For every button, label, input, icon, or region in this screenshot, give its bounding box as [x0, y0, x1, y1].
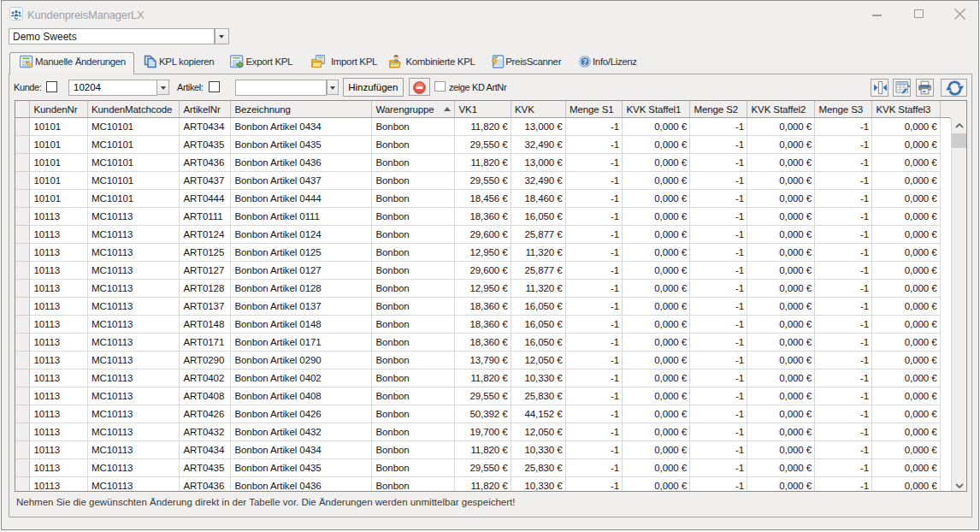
svg-text:?: ?: [583, 57, 587, 67]
